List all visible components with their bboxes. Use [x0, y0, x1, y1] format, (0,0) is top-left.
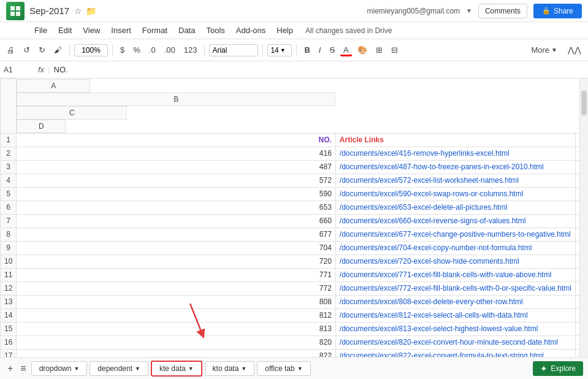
cell-link[interactable]: /documents/excel/813-excel-select-highes… — [335, 322, 575, 335]
cell-no[interactable]: 416 — [17, 147, 336, 160]
col-header-d[interactable]: D — [17, 120, 66, 133]
menu-edit[interactable]: Edit — [53, 24, 77, 37]
menu-bar: File Edit View Insert Format Data Tools … — [0, 22, 588, 39]
file-title: Sep-2017 — [29, 6, 69, 16]
tab-dropdown-arrow: ▼ — [188, 366, 194, 372]
cell-no[interactable]: 487 — [17, 160, 336, 174]
menu-tools[interactable]: Tools — [201, 24, 229, 37]
col-header-b[interactable]: B — [17, 93, 335, 106]
cell-link[interactable]: /documents/excel/653-excel-delete-all-pi… — [335, 201, 575, 214]
table-row: 2416/documents/excel/416-remove-hyperlin… — [1, 147, 580, 160]
vertical-scrollbar[interactable] — [579, 78, 588, 357]
corner-cell — [1, 79, 17, 134]
toolbar-sep-5 — [296, 44, 297, 56]
spreadsheet-scroll-area[interactable]: A B C D 1 NO. Article Links Modified dat… — [0, 78, 579, 357]
cell-no[interactable]: 813 — [17, 322, 336, 335]
italic-button[interactable]: I — [316, 44, 324, 56]
cell-no[interactable]: 771 — [17, 268, 336, 281]
cell-link[interactable]: /documents/excel/487-how-to-freeze-panes… — [335, 160, 575, 174]
print-button[interactable]: 🖨 — [4, 44, 18, 56]
sheet-tab-dependent[interactable]: dependent ▼ — [90, 361, 148, 376]
cell-link[interactable]: /documents/excel/771-excel-fill-blank-ce… — [335, 268, 575, 281]
cell-no[interactable]: 720 — [17, 255, 336, 268]
cell-link[interactable]: /documents/excel/822-excel-convert-formu… — [335, 349, 575, 357]
cell-reference[interactable]: A1 — [4, 66, 34, 74]
row-num-3: 3 — [1, 160, 17, 174]
dropdown-icon[interactable]: ▼ — [466, 7, 472, 14]
sheet-tab-officetab[interactable]: office tab ▼ — [257, 361, 310, 376]
cell-no[interactable]: 677 — [17, 228, 336, 241]
cell-no[interactable]: 660 — [17, 214, 336, 228]
star-icon[interactable]: ☆ — [74, 6, 82, 16]
cell-link[interactable]: /documents/excel/808-excel-delete-every-… — [335, 295, 575, 308]
header-links[interactable]: Article Links — [335, 133, 575, 147]
col-header-a[interactable]: A — [17, 79, 90, 93]
redo-button[interactable]: ↻ — [36, 44, 48, 56]
menu-view[interactable]: View — [78, 24, 105, 37]
tab-dropdown-arrow: ▼ — [74, 366, 79, 372]
decimal-less-button[interactable]: .0 — [146, 44, 159, 56]
cell-no[interactable]: 772 — [17, 281, 336, 295]
table-row: 4572/documents/excel/572-excel-list-work… — [1, 174, 580, 187]
cell-no[interactable]: 572 — [17, 174, 336, 187]
percent-button[interactable]: % — [130, 44, 143, 56]
add-sheet-button[interactable]: + — [5, 362, 15, 375]
comments-button[interactable]: Comments — [478, 4, 527, 18]
menu-addons[interactable]: Add-ons — [231, 24, 270, 37]
decimal-more-button[interactable]: .00 — [161, 44, 178, 56]
cell-link[interactable]: /documents/excel/772-excel-fill-blank-ce… — [335, 281, 575, 295]
toolbar-sep-4 — [262, 44, 263, 56]
sheet-tab-ktodata[interactable]: kto data ▼ — [205, 361, 255, 376]
cell-link[interactable]: /documents/excel/704-excel-copy-number-n… — [335, 241, 575, 255]
cell-no[interactable]: 590 — [17, 187, 336, 201]
merge-button[interactable]: ⊟ — [388, 44, 401, 56]
cell-no[interactable]: 812 — [17, 308, 336, 322]
bold-button[interactable]: B — [301, 44, 313, 56]
cell-no[interactable]: 808 — [17, 295, 336, 308]
menu-format[interactable]: Format — [137, 24, 172, 37]
cell-link[interactable]: /documents/excel/590-excel-swap-rows-or-… — [335, 187, 575, 201]
app-icon[interactable] — [6, 2, 25, 20]
cell-no[interactable]: 820 — [17, 335, 336, 349]
row-num-10: 10 — [1, 255, 17, 268]
menu-help[interactable]: Help — [272, 24, 298, 37]
menu-insert[interactable]: Insert — [106, 24, 136, 37]
more-button[interactable]: More ▼ — [526, 44, 562, 56]
format123-button[interactable]: 123 — [181, 44, 200, 56]
cell-link[interactable]: /documents/excel/660-excel-reverse-signs… — [335, 214, 575, 228]
font-selector[interactable]: Arial — [209, 44, 258, 56]
cell-link[interactable]: /documents/excel/416-remove-hyperlinks-e… — [335, 147, 575, 160]
cell-no[interactable]: 822 — [17, 349, 336, 357]
sheet-menu-button[interactable]: ≡ — [18, 362, 28, 375]
menu-data[interactable]: Data — [174, 24, 200, 37]
folder-icon[interactable]: 📁 — [86, 6, 96, 16]
cell-link[interactable]: /documents/excel/820-excel-convert-hour-… — [335, 335, 575, 349]
cell-no[interactable]: 653 — [17, 201, 336, 214]
cell-link[interactable]: /documents/excel/720-excel-show-hide-com… — [335, 255, 575, 268]
table-row: 14812/documents/excel/812-excel-select-a… — [1, 308, 580, 322]
fontsize-selector[interactable]: 14▼ — [267, 44, 292, 56]
formula-input[interactable]: NO. — [54, 65, 584, 74]
cell-link[interactable]: /documents/excel/812-excel-select-all-ce… — [335, 308, 575, 322]
borders-button[interactable]: ⊞ — [373, 44, 386, 56]
paint-format-button[interactable]: 🖌 — [51, 44, 65, 56]
menu-file[interactable]: File — [29, 24, 52, 37]
sheet-tab-dropdown[interactable]: dropdown ▼ — [31, 361, 88, 376]
cell-no[interactable]: 704 — [17, 241, 336, 255]
table-row: 3487/documents/excel/487-how-to-freeze-p… — [1, 160, 580, 174]
header-no[interactable]: NO. — [17, 133, 336, 147]
col-header-c[interactable]: C — [17, 106, 127, 120]
cell-link[interactable]: /documents/excel/572-excel-list-workshee… — [335, 174, 575, 187]
collapse-button[interactable]: ⋀⋀ — [565, 44, 584, 56]
font-color-button[interactable]: A — [340, 44, 352, 56]
share-button[interactable]: 🔒 Share — [533, 4, 582, 18]
zoom-control[interactable]: 100% — [74, 44, 108, 56]
sheet-tab-ktedata[interactable]: kte data ▼ — [151, 361, 202, 377]
explore-button[interactable]: ✦ Explore — [533, 361, 583, 376]
strikethrough-button[interactable]: S — [326, 44, 338, 56]
cell-link[interactable]: /documents/excel/677-excel-change-positi… — [335, 228, 575, 241]
undo-button[interactable]: ↺ — [20, 44, 33, 56]
highlight-color-button[interactable]: 🎨 — [354, 44, 370, 56]
table-row: 17822/documents/excel/822-excel-convert-… — [1, 349, 580, 357]
currency-button[interactable]: $ — [117, 44, 128, 56]
